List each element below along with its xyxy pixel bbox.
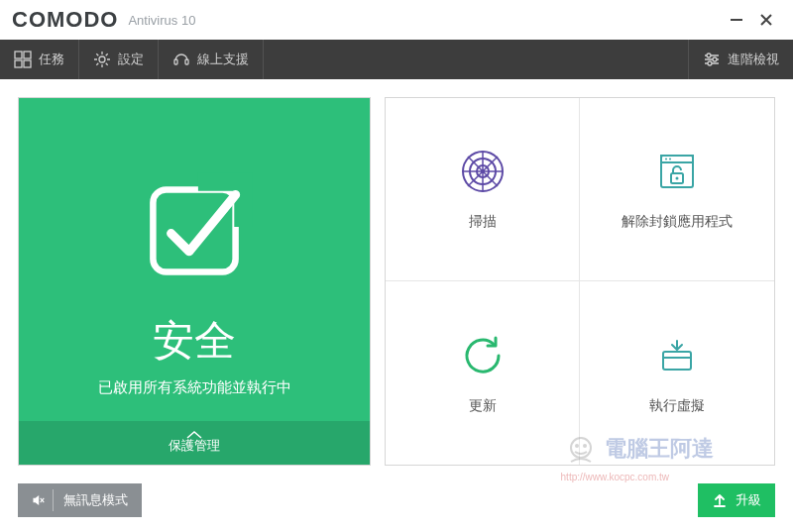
tile-unblock-label: 解除封鎖應用程式	[622, 213, 733, 231]
tile-virtual-label: 執行虛擬	[649, 397, 705, 415]
svg-rect-1	[15, 52, 22, 58]
sliders-icon	[703, 51, 721, 68]
unblock-icon	[653, 148, 701, 195]
tile-scan[interactable]: 掃描	[386, 98, 580, 281]
status-title: 安全	[153, 313, 236, 369]
upgrade-label: 升級	[736, 491, 761, 509]
toolbar-tasks-label: 任務	[39, 51, 64, 68]
gear-icon	[93, 51, 111, 68]
silent-mode-button[interactable]: 無訊息模式	[18, 483, 142, 517]
svg-point-20	[676, 177, 679, 180]
close-button[interactable]	[751, 5, 781, 35]
status-panel: 安全 已啟用所有系統功能並執行中 保護管理	[18, 97, 371, 466]
tile-virtual[interactable]: 執行虛擬	[580, 281, 774, 465]
svg-rect-21	[663, 352, 691, 370]
toolbar-tasks[interactable]: 任務	[0, 40, 79, 79]
tile-scan-label: 掃描	[469, 213, 497, 231]
tile-update-label: 更新	[469, 397, 497, 415]
checkmark-shield-icon	[130, 166, 259, 295]
product-name: Antivirus 10	[128, 13, 195, 28]
support-icon	[172, 51, 190, 68]
svg-point-8	[707, 53, 711, 57]
toolbar-advanced-view[interactable]: 進階檢視	[688, 40, 793, 79]
main-content: 安全 已啟用所有系統功能並執行中 保護管理 掃描	[0, 79, 793, 476]
brand-logo: COMODO	[12, 7, 118, 33]
status-subtitle: 已啟用所有系統功能並執行中	[98, 378, 291, 397]
svg-point-10	[708, 61, 712, 65]
virtual-icon	[653, 332, 701, 379]
minimize-icon	[731, 19, 742, 21]
svg-rect-3	[15, 60, 22, 67]
silent-mode-label: 無訊息模式	[63, 491, 128, 509]
svg-rect-0	[731, 19, 742, 21]
close-icon	[760, 14, 772, 26]
toolbar: 任務 設定 線上支援 進階檢視	[0, 40, 793, 79]
tile-update[interactable]: 更新	[386, 281, 580, 465]
action-tiles: 掃描 解除封鎖應用程式 更新	[385, 97, 775, 466]
protection-management-label: 保護管理	[169, 437, 220, 455]
toolbar-settings-label: 設定	[118, 51, 144, 68]
mute-icon	[32, 491, 45, 509]
scan-icon	[459, 148, 507, 195]
protection-management-button[interactable]: 保護管理	[19, 421, 370, 465]
tile-unblock[interactable]: 解除封鎖應用程式	[580, 98, 774, 281]
toolbar-settings[interactable]: 設定	[79, 40, 159, 79]
minimize-button[interactable]	[722, 5, 751, 35]
svg-rect-2	[24, 52, 31, 58]
upgrade-button[interactable]: 升級	[698, 483, 775, 517]
toolbar-advanced-label: 進階檢視	[728, 51, 779, 68]
titlebar: COMODO Antivirus 10	[0, 0, 793, 40]
svg-rect-11	[153, 189, 235, 271]
toolbar-support[interactable]: 線上支援	[159, 40, 264, 79]
upgrade-icon	[712, 492, 728, 508]
svg-point-5	[99, 56, 105, 62]
svg-point-17	[665, 159, 667, 160]
tasks-icon	[14, 51, 32, 68]
svg-point-9	[713, 57, 717, 61]
svg-rect-4	[24, 60, 31, 67]
svg-point-18	[669, 159, 671, 160]
toolbar-support-label: 線上支援	[197, 51, 249, 68]
update-icon	[459, 332, 507, 379]
bottom-bar: 無訊息模式 升級	[0, 476, 793, 531]
